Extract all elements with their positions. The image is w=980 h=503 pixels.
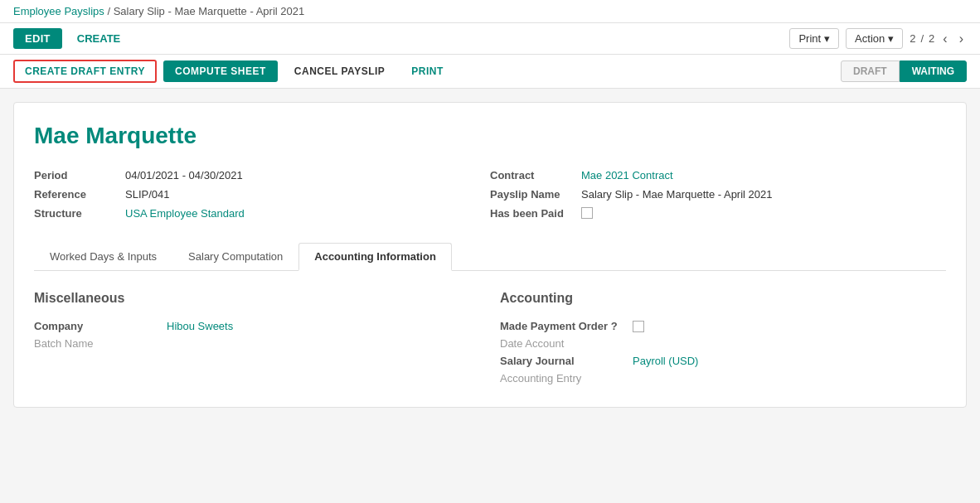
- pagination: 2 / 2 ‹ ›: [910, 30, 967, 48]
- pagination-current: 2: [910, 32, 915, 45]
- fields-grid: Period 04/01/2021 - 04/30/2021 Reference…: [34, 166, 946, 223]
- toolbar: EDIT CREATE Print ▾ Action ▾ 2 / 2 ‹ ›: [0, 23, 980, 55]
- status-draft: DRAFT: [841, 60, 900, 82]
- breadcrumb-parent[interactable]: Employee Payslips: [13, 5, 104, 17]
- accounting-section: Accounting Made Payment Order ? Date Acc…: [500, 291, 946, 387]
- structure-row: Structure USA Employee Standard: [34, 204, 490, 223]
- create-draft-entry-button[interactable]: CREATE DRAFT ENTRY: [13, 60, 157, 83]
- tab-salary-computation[interactable]: Salary Computation: [172, 243, 298, 271]
- employee-name: Mae Marquette: [34, 123, 946, 149]
- date-account-row: Date Account: [500, 335, 946, 352]
- batch-name-label: Batch Name: [34, 337, 167, 350]
- structure-value[interactable]: USA Employee Standard: [125, 207, 245, 220]
- action-label: Action: [855, 32, 885, 45]
- made-payment-checkbox[interactable]: [633, 321, 644, 332]
- company-row: Company Hibou Sweets: [34, 317, 480, 335]
- contract-value[interactable]: Mae 2021 Contract: [581, 169, 673, 181]
- breadcrumb-separator: /: [107, 5, 110, 17]
- date-account-label: Date Account: [500, 337, 633, 350]
- tab-accounting-information[interactable]: Accounting Information: [298, 243, 452, 271]
- tabs-container: Worked Days & Inputs Salary Computation …: [34, 243, 946, 271]
- pagination-sep: /: [920, 32, 924, 45]
- edit-button[interactable]: EDIT: [13, 28, 62, 49]
- pagination-next[interactable]: ›: [956, 30, 967, 48]
- salary-journal-value[interactable]: Payroll (USD): [633, 355, 698, 367]
- cancel-payslip-button[interactable]: CANCEL PAYSLIP: [284, 61, 395, 81]
- print-label: Print: [798, 32, 821, 45]
- accounting-entry-row: Accounting Entry: [500, 370, 946, 387]
- compute-sheet-button[interactable]: COMPUTE SHEET: [163, 60, 278, 82]
- pagination-total: 2: [929, 32, 934, 45]
- period-label: Period: [34, 169, 125, 181]
- period-value: 04/01/2021 - 04/30/2021: [125, 169, 243, 181]
- breadcrumb: Employee Payslips / Salary Slip - Mae Ma…: [0, 0, 980, 23]
- batch-name-row: Batch Name: [34, 335, 480, 352]
- reference-value: SLIP/041: [125, 188, 170, 201]
- has-been-paid-checkbox[interactable]: [581, 207, 593, 219]
- has-been-paid-row: Has been Paid: [490, 204, 946, 223]
- period-row: Period 04/01/2021 - 04/30/2021: [34, 166, 490, 185]
- tab-content-accounting: Miscellaneous Company Hibou Sweets Batch…: [34, 271, 946, 387]
- status-waiting: WAITING: [900, 60, 967, 82]
- print-button[interactable]: Print ▾: [789, 28, 839, 49]
- reference-label: Reference: [34, 188, 125, 201]
- record-card: Mae Marquette Period 04/01/2021 - 04/30/…: [13, 102, 967, 408]
- made-payment-label: Made Payment Order ?: [500, 320, 633, 332]
- accounting-title: Accounting: [500, 291, 946, 306]
- status-bar: DRAFT WAITING: [841, 60, 967, 82]
- right-fields: Contract Mae 2021 Contract Payslip Name …: [490, 166, 946, 223]
- print-payslip-button[interactable]: PRINT: [401, 61, 454, 81]
- accounting-two-col: Miscellaneous Company Hibou Sweets Batch…: [34, 291, 946, 387]
- payslip-name-value: Salary Slip - Mae Marquette - April 2021: [581, 188, 773, 201]
- company-value[interactable]: Hibou Sweets: [167, 320, 233, 332]
- tab-worked-days[interactable]: Worked Days & Inputs: [34, 243, 172, 271]
- made-payment-row: Made Payment Order ?: [500, 317, 946, 335]
- salary-journal-row: Salary Journal Payroll (USD): [500, 352, 946, 370]
- action-bar: CREATE DRAFT ENTRY COMPUTE SHEET CANCEL …: [0, 55, 980, 89]
- accounting-entry-label: Accounting Entry: [500, 372, 633, 385]
- main-content: Mae Marquette Period 04/01/2021 - 04/30/…: [0, 89, 980, 421]
- misc-title: Miscellaneous: [34, 291, 480, 306]
- payslip-name-row: Payslip Name Salary Slip - Mae Marquette…: [490, 185, 946, 204]
- miscellaneous-section: Miscellaneous Company Hibou Sweets Batch…: [34, 291, 480, 387]
- reference-row: Reference SLIP/041: [34, 185, 490, 204]
- contract-row: Contract Mae 2021 Contract: [490, 166, 946, 185]
- structure-label: Structure: [34, 207, 125, 220]
- print-arrow: ▾: [824, 32, 830, 45]
- breadcrumb-current: Salary Slip - Mae Marquette - April 2021: [114, 5, 305, 17]
- payslip-name-label: Payslip Name: [490, 188, 581, 201]
- action-arrow: ▾: [888, 32, 894, 45]
- create-button[interactable]: CREATE: [69, 28, 129, 49]
- salary-journal-label: Salary Journal: [500, 355, 633, 367]
- pagination-prev[interactable]: ‹: [939, 30, 950, 48]
- contract-label: Contract: [490, 169, 581, 181]
- has-been-paid-label: Has been Paid: [490, 207, 581, 220]
- company-label: Company: [34, 320, 167, 332]
- left-fields: Period 04/01/2021 - 04/30/2021 Reference…: [34, 166, 490, 223]
- action-button[interactable]: Action ▾: [846, 28, 903, 49]
